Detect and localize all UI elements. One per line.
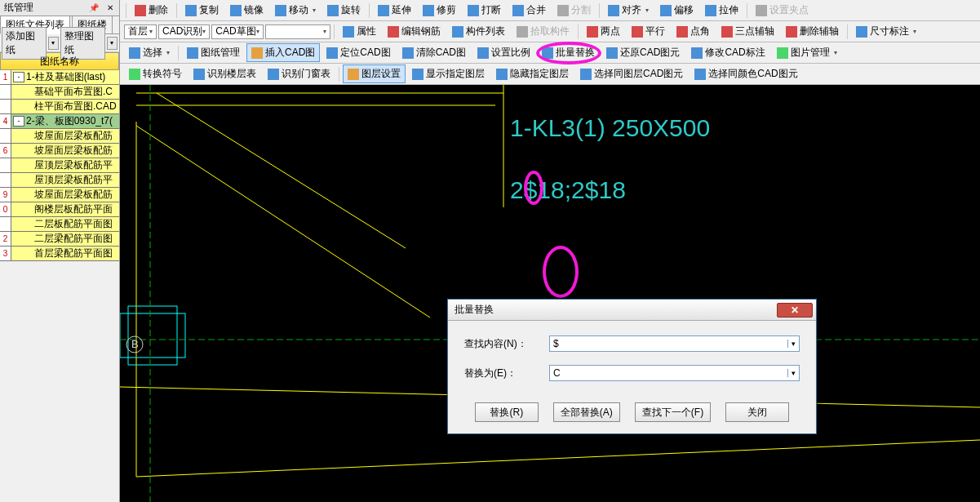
pick-member-button[interactable]: 拾取构件 <box>512 22 574 41</box>
batch-replace-button[interactable]: 批量替换 <box>537 43 600 62</box>
cad-recog-combo[interactable]: CAD识别▾ <box>158 24 210 39</box>
pic-manager-button[interactable]: 图片管理▾ <box>772 43 842 62</box>
row-text: 坡屋面层梁板配筋 <box>34 188 119 202</box>
dialog-title: 批量替换 <box>455 303 777 317</box>
tree-row[interactable]: 0阁楼层板配筋平面 <box>0 202 119 217</box>
tree-row[interactable]: 4-2-梁、板图0930_t7( <box>0 114 119 129</box>
recog-window-button[interactable]: 识别门窗表 <box>263 64 335 83</box>
tree-row[interactable]: 屋顶层梁板配筋平 <box>0 158 119 173</box>
snap-button[interactable]: 设置夹点 <box>751 1 814 20</box>
pin-icon[interactable]: 📌 <box>86 2 101 15</box>
hide-layer-button[interactable]: 隐藏指定图层 <box>491 64 574 83</box>
mirror-button[interactable]: 镜像 <box>225 1 268 20</box>
delete-button[interactable]: 删除 <box>130 1 173 20</box>
cad-canvas[interactable]: 1-KL3(1) 250X500 2$18;2$18 B <box>120 85 980 502</box>
locate-cad-button[interactable]: 定位CAD图 <box>321 43 395 62</box>
split-button[interactable]: 分割 <box>552 1 596 20</box>
stretch-button[interactable]: 拉伸 <box>700 1 743 20</box>
scale-button[interactable]: 设置比例 <box>472 43 535 62</box>
dropdown-icon[interactable]: ▾ <box>107 37 118 50</box>
tree-row[interactable]: 基础平面布置图.C <box>0 85 119 100</box>
select-same-color-button[interactable]: 选择同颜色CAD图元 <box>690 64 802 83</box>
tree-row[interactable]: 屋顶层梁板配筋平 <box>0 173 119 188</box>
tree-row[interactable]: 柱平面布置图.CAD <box>0 100 119 114</box>
clear-cad-button[interactable]: 清除CAD图 <box>397 43 471 62</box>
edit-rebar-button[interactable]: 编辑钢筋 <box>383 22 446 41</box>
row-text: 首层梁配筋平面图 <box>34 247 119 260</box>
copy-button[interactable]: 复制 <box>180 1 224 20</box>
close-dialog-button[interactable]: 关闭 <box>725 402 789 422</box>
cad-sketch-combo[interactable]: CAD草图▾ <box>211 24 263 39</box>
find-input[interactable] <box>550 336 787 351</box>
show-layer-button[interactable]: 显示指定图层 <box>407 64 490 83</box>
select-button[interactable]: 选择▾ <box>124 43 175 62</box>
row-text: 坡屋面层梁板配筋 <box>34 129 119 143</box>
same-color-icon <box>694 69 706 80</box>
tree-row[interactable]: 9坡屋面层梁板配筋 <box>0 188 119 202</box>
row-text: 二层梁配筋平面图 <box>34 232 119 246</box>
tree-row[interactable]: 坡屋面层梁板配筋 <box>0 129 119 144</box>
three-point-button[interactable]: 三点辅轴 <box>716 22 779 41</box>
close-icon[interactable]: ✕ <box>103 2 118 15</box>
align-icon <box>608 5 619 16</box>
dim-button[interactable]: 尺寸标注▾ <box>851 22 921 41</box>
find-field[interactable]: ▾ <box>549 335 800 352</box>
toolbar-drawing: 选择▾ 图纸管理 插入CAD图 定位CAD图 清除CAD图 设置比例 批量替换 … <box>120 42 980 64</box>
attr-button[interactable]: 属性 <box>338 22 381 41</box>
replace-field[interactable]: ▾ <box>549 365 800 381</box>
layer-settings-button[interactable]: 图层设置 <box>343 64 406 83</box>
offset-button[interactable]: 偏移 <box>655 1 698 20</box>
toolbar-layer: 转换符号 识别楼层表 识别门窗表 图层设置 显示指定图层 隐藏指定图层 选择同图… <box>120 64 980 85</box>
convert-symbol-button[interactable]: 转换符号 <box>124 64 187 83</box>
tree-row[interactable]: 6坡屋面层梁板配筋 <box>0 144 119 158</box>
break-button[interactable]: 打断 <box>463 1 506 20</box>
recog-floor-button[interactable]: 识别楼层表 <box>188 64 261 83</box>
dialog-titlebar[interactable]: 批量替换 ✕ <box>448 300 816 321</box>
replace-all-button[interactable]: 全部替换(A) <box>553 402 620 422</box>
dropdown-icon[interactable]: ▾ <box>48 37 59 50</box>
tree-row[interactable]: 2二层梁配筋平面图 <box>0 232 119 247</box>
insert-cad-button[interactable]: 插入CAD图 <box>246 43 320 62</box>
copy-icon <box>185 5 197 16</box>
floor-table-icon <box>193 69 205 80</box>
row-text: 屋顶层梁板配筋平 <box>34 158 119 172</box>
rebar-label: 2$18;2$18 <box>510 176 626 204</box>
two-point-button[interactable]: 两点 <box>582 22 625 41</box>
dropdown-icon[interactable]: ▾ <box>787 340 799 348</box>
drawing-manager-button[interactable]: 图纸管理 <box>182 43 245 62</box>
rotate-button[interactable]: 旋转 <box>322 1 366 20</box>
row-number: 3 <box>0 247 11 260</box>
replace-button[interactable]: 替换(R) <box>475 402 539 422</box>
delete-axis-button[interactable]: 删除辅轴 <box>781 22 844 41</box>
merge-button[interactable]: 合并 <box>508 1 551 20</box>
svg-line-7 <box>136 440 980 477</box>
show-layer-icon <box>412 69 423 80</box>
rebar-icon <box>388 26 399 38</box>
tree-row[interactable]: 二层板配筋平面图 <box>0 217 119 232</box>
beam-label: 1-KL3(1) 250X500 <box>510 114 710 142</box>
dropdown-icon[interactable]: ▾ <box>787 369 799 377</box>
row-number <box>0 85 11 99</box>
align-button[interactable]: 对齐▾ <box>603 1 654 20</box>
tree-row[interactable]: 3首层梁配筋平面图 <box>0 247 119 261</box>
row-number: 2 <box>0 232 11 246</box>
row-number: 9 <box>0 188 11 202</box>
member-list-button[interactable]: 构件列表 <box>447 22 510 41</box>
trim-button[interactable]: 修剪 <box>418 1 461 20</box>
modify-cad-button[interactable]: 修改CAD标注 <box>686 43 769 62</box>
extend-button[interactable]: 延伸 <box>373 1 416 20</box>
select-same-layer-button[interactable]: 选择同图层CAD图元 <box>575 64 688 83</box>
move-button[interactable]: 移动▾ <box>270 1 321 20</box>
blank-combo[interactable]: ▾ <box>265 24 330 39</box>
find-next-button[interactable]: 查找下一个(F) <box>635 402 711 422</box>
toolbar-cad: 首层▾ CAD识别▾ CAD草图▾ ▾ 属性 编辑钢筋 构件列表 拾取构件 两点… <box>120 21 980 42</box>
toggle-icon[interactable]: - <box>13 72 24 82</box>
restore-cad-button[interactable]: 还原CAD图元 <box>601 43 685 62</box>
tree-row[interactable]: 1-1-柱及基础图(last) <box>0 70 119 85</box>
toggle-icon[interactable]: - <box>13 116 24 127</box>
floor-combo[interactable]: 首层▾ <box>124 24 157 39</box>
replace-input[interactable] <box>550 366 787 380</box>
parallel-button[interactable]: 平行 <box>627 22 670 41</box>
point-angle-button[interactable]: 点角 <box>672 22 715 41</box>
close-button[interactable]: ✕ <box>777 303 813 318</box>
